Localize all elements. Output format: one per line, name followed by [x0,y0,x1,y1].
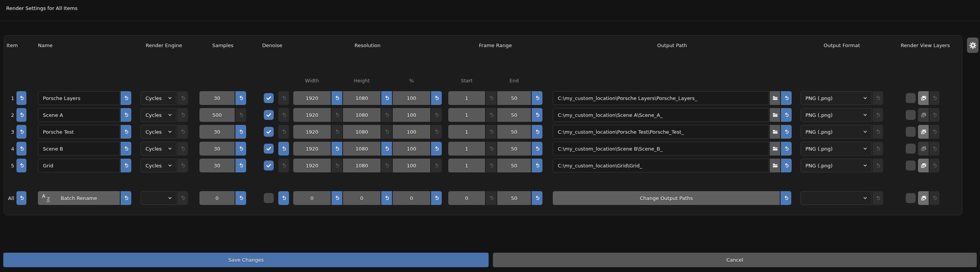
resolution-percent-input[interactable]: 100 [393,125,430,139]
browse-folder-button[interactable] [770,125,780,139]
resolution-width-input[interactable]: 1920 [293,125,331,139]
view-layers-reset-button[interactable] [929,159,939,172]
render-engine-select[interactable]: Cycles [140,125,176,139]
view-layers-checkbox[interactable] [906,127,916,137]
resolution-height-reset-button[interactable] [381,91,392,105]
all-samples-input[interactable]: 0 [199,191,235,205]
browse-folder-button[interactable] [770,108,780,122]
output-format-select[interactable]: PNG (.png) [800,159,872,172]
item-reset-button[interactable] [16,91,26,105]
denoise-checkbox[interactable] [264,127,274,137]
all-output-format-select[interactable] [800,191,872,205]
render-engine-select[interactable]: Cycles [140,159,176,172]
resolution-height-input[interactable]: 1080 [343,108,381,122]
name-reset-button[interactable] [121,125,131,139]
frame-start-reset-button[interactable] [486,142,497,156]
resolution-width-input[interactable]: 1920 [293,91,331,105]
all-frame-end-reset-button[interactable] [532,191,542,205]
all-samples-reset-button[interactable] [235,191,246,205]
format-reset-button[interactable] [872,125,883,139]
output-format-select[interactable]: PNG (.png) [800,125,872,139]
resolution-width-reset-button[interactable] [332,91,342,105]
resolution-height-input[interactable]: 1080 [343,125,381,139]
engine-reset-button[interactable] [177,125,188,139]
resolution-width-input[interactable]: 1920 [293,159,331,172]
all-engine-reset-button[interactable] [177,191,188,205]
name-reset-button[interactable] [121,108,131,122]
name-reset-button[interactable] [121,142,131,156]
path-reset-button[interactable] [781,125,792,139]
samples-reset-button[interactable] [235,142,246,156]
all-resolution-height-reset-button[interactable] [381,191,392,205]
name-reset-button[interactable] [121,91,131,105]
samples-input[interactable]: 30 [199,91,235,105]
frame-start-reset-button[interactable] [486,108,497,122]
frame-end-reset-button[interactable] [532,125,542,139]
all-resolution-width-reset-button[interactable] [332,191,342,205]
frame-start-input[interactable]: 1 [448,91,485,105]
browse-folder-button[interactable] [770,142,780,156]
all-resolution-height-input[interactable]: 0 [343,191,381,205]
frame-start-input[interactable]: 1 [448,125,485,139]
samples-input[interactable]: 30 [199,159,235,172]
resolution-height-reset-button[interactable] [381,142,392,156]
denoise-checkbox[interactable] [264,161,274,170]
path-reset-button[interactable] [781,108,792,122]
resolution-height-input[interactable]: 1080 [343,159,381,172]
path-reset-button[interactable] [781,159,792,172]
resolution-width-reset-button[interactable] [332,125,342,139]
batch-rename-reset-button[interactable] [121,191,131,205]
change-output-paths-reset-button[interactable] [781,191,791,205]
denoise-checkbox[interactable] [264,144,274,154]
view-layers-icon-button[interactable] [918,125,929,139]
resolution-width-reset-button[interactable] [332,108,342,122]
all-resolution-percent-input[interactable]: 0 [393,191,430,205]
output-format-select[interactable]: PNG (.png) [800,108,872,122]
all-frame-end-input[interactable]: 50 [497,191,531,205]
output-path-input[interactable]: C:\my_custom_location\Porsche Test\Porsc… [553,125,769,139]
name-input[interactable]: Scene A [38,108,120,122]
frame-end-reset-button[interactable] [532,142,542,156]
resolution-percent-reset-button[interactable] [431,108,442,122]
batch-rename-button[interactable]: AZ Batch Rename [38,191,120,205]
view-layers-icon-button[interactable] [918,108,929,122]
view-layers-reset-button[interactable] [929,142,939,156]
denoise-reset-button[interactable] [278,91,289,105]
resolution-percent-reset-button[interactable] [431,142,442,156]
item-reset-button[interactable] [16,159,26,172]
change-output-paths-button[interactable]: Change Output Paths [553,191,780,205]
view-layers-icon-button[interactable] [918,91,929,105]
name-input[interactable]: Porsche Test [38,125,120,139]
output-path-input[interactable]: C:\my_custom_location\Scene A\Scene_A_ [553,108,769,122]
settings-gear-button[interactable] [967,38,978,53]
resolution-height-input[interactable]: 1080 [343,142,381,156]
all-resolution-percent-reset-button[interactable] [431,191,442,205]
frame-end-input[interactable]: 50 [497,159,531,172]
resolution-height-reset-button[interactable] [381,108,392,122]
resolution-width-reset-button[interactable] [332,142,342,156]
denoise-checkbox[interactable] [264,110,274,120]
frame-end-input[interactable]: 50 [497,108,531,122]
cancel-button[interactable]: Cancel [493,252,977,267]
item-reset-button[interactable] [16,108,26,122]
all-resolution-width-input[interactable]: 0 [293,191,331,205]
resolution-percent-input[interactable]: 100 [393,108,430,122]
format-reset-button[interactable] [872,108,883,122]
format-reset-button[interactable] [872,142,883,156]
frame-end-reset-button[interactable] [532,108,542,122]
render-engine-select[interactable]: Cycles [140,91,176,105]
frame-start-input[interactable]: 1 [448,159,485,172]
all-denoise-reset-button[interactable] [278,191,289,205]
frame-end-reset-button[interactable] [532,91,542,105]
samples-reset-button[interactable] [235,91,246,105]
all-denoise-checkbox[interactable] [264,193,274,203]
output-path-input[interactable]: C:\my_custom_location\Porsche Layers\Por… [553,91,769,105]
resolution-percent-reset-button[interactable] [431,159,442,172]
resolution-percent-input[interactable]: 100 [393,142,430,156]
samples-input[interactable]: 30 [199,125,235,139]
resolution-width-input[interactable]: 1920 [293,108,331,122]
resolution-percent-reset-button[interactable] [431,125,442,139]
frame-start-input[interactable]: 1 [448,108,485,122]
engine-reset-button[interactable] [177,91,188,105]
samples-input[interactable]: 30 [199,142,235,156]
